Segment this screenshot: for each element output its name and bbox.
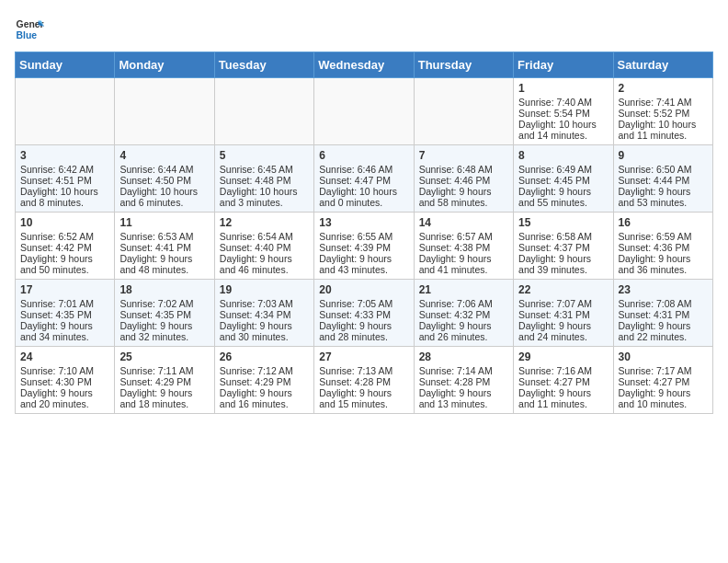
day-of-week-header: Sunday: [16, 52, 115, 78]
day-info-text: Daylight: 9 hours and 32 minutes.: [119, 320, 209, 342]
day-number: 2: [619, 82, 708, 95]
day-info-text: Daylight: 9 hours and 16 minutes.: [220, 387, 309, 409]
day-info-text: Sunset: 4:51 PM: [20, 175, 109, 186]
calendar-day-cell: 27Sunrise: 7:13 AMSunset: 4:28 PMDayligh…: [314, 347, 414, 414]
day-number: 6: [319, 149, 408, 162]
day-info-text: Daylight: 9 hours and 28 minutes.: [319, 320, 408, 342]
day-info-text: Sunset: 4:31 PM: [619, 309, 708, 320]
day-info-text: Sunset: 4:40 PM: [220, 242, 309, 253]
day-info-text: Sunrise: 7:06 AM: [419, 298, 508, 309]
day-of-week-header: Friday: [514, 52, 613, 78]
day-of-week-header: Saturday: [613, 52, 712, 78]
day-info-text: Sunset: 4:37 PM: [518, 242, 608, 253]
calendar-day-cell: 24Sunrise: 7:10 AMSunset: 4:30 PMDayligh…: [16, 347, 115, 414]
day-info-text: Daylight: 9 hours and 15 minutes.: [319, 387, 408, 409]
calendar-header-row: SundayMondayTuesdayWednesdayThursdayFrid…: [16, 52, 713, 78]
day-info-text: Sunset: 4:30 PM: [20, 376, 109, 387]
day-info-text: Sunrise: 6:42 AM: [20, 164, 109, 175]
day-info-text: Sunset: 4:45 PM: [518, 175, 608, 186]
day-info-text: Sunrise: 7:01 AM: [20, 298, 109, 309]
day-number: 26: [220, 350, 309, 363]
day-info-text: Sunrise: 7:08 AM: [619, 298, 708, 309]
day-info-text: Sunrise: 7:16 AM: [518, 365, 608, 376]
calendar-table: SundayMondayTuesdayWednesdayThursdayFrid…: [15, 52, 713, 414]
calendar-day-cell: [414, 78, 513, 145]
day-info-text: Sunrise: 6:58 AM: [518, 231, 608, 242]
calendar-day-cell: 9Sunrise: 6:50 AMSunset: 4:44 PMDaylight…: [613, 145, 712, 213]
day-info-text: Sunrise: 7:13 AM: [319, 365, 408, 376]
calendar-day-cell: 11Sunrise: 6:53 AMSunset: 4:41 PMDayligh…: [115, 213, 214, 280]
day-info-text: Sunset: 4:41 PM: [119, 242, 209, 253]
day-number: 10: [20, 216, 109, 229]
calendar-day-cell: [115, 78, 214, 145]
day-info-text: Daylight: 10 hours and 11 minutes.: [619, 119, 708, 141]
day-info-text: Sunset: 4:47 PM: [319, 175, 408, 186]
day-info-text: Daylight: 9 hours and 13 minutes.: [419, 387, 508, 409]
day-number: 15: [518, 216, 608, 229]
calendar-day-cell: 17Sunrise: 7:01 AMSunset: 4:35 PMDayligh…: [16, 280, 115, 347]
day-info-text: Sunset: 4:48 PM: [220, 175, 309, 186]
calendar-day-cell: [214, 78, 313, 145]
day-info-text: Daylight: 9 hours and 43 minutes.: [319, 253, 408, 275]
calendar-day-cell: 16Sunrise: 6:59 AMSunset: 4:36 PMDayligh…: [613, 213, 712, 280]
day-info-text: Sunrise: 6:46 AM: [319, 164, 408, 175]
day-info-text: Sunrise: 6:55 AM: [319, 231, 408, 242]
calendar-day-cell: 7Sunrise: 6:48 AMSunset: 4:46 PMDaylight…: [414, 145, 513, 213]
day-number: 4: [119, 149, 209, 162]
day-number: 11: [119, 216, 209, 229]
day-info-text: Sunset: 4:27 PM: [518, 376, 608, 387]
logo: General Blue: [15, 15, 44, 44]
calendar-day-cell: 8Sunrise: 6:49 AMSunset: 4:45 PMDaylight…: [514, 145, 613, 213]
logo-icon: General Blue: [15, 15, 44, 44]
calendar-day-cell: 26Sunrise: 7:12 AMSunset: 4:29 PMDayligh…: [214, 347, 313, 414]
calendar-day-cell: 3Sunrise: 6:42 AMSunset: 4:51 PMDaylight…: [16, 145, 115, 213]
day-number: 3: [20, 149, 109, 162]
day-info-text: Daylight: 9 hours and 48 minutes.: [119, 253, 209, 275]
day-info-text: Daylight: 9 hours and 50 minutes.: [20, 253, 109, 275]
day-info-text: Daylight: 10 hours and 8 minutes.: [20, 186, 109, 208]
day-info-text: Daylight: 9 hours and 24 minutes.: [518, 320, 608, 342]
calendar-day-cell: 2Sunrise: 7:41 AMSunset: 5:52 PMDaylight…: [613, 78, 712, 145]
calendar-day-cell: 15Sunrise: 6:58 AMSunset: 4:37 PMDayligh…: [514, 213, 613, 280]
day-info-text: Sunset: 5:54 PM: [518, 108, 608, 119]
page-header: General Blue: [15, 15, 713, 44]
day-info-text: Sunset: 4:31 PM: [518, 309, 608, 320]
day-info-text: Sunrise: 6:44 AM: [119, 164, 209, 175]
day-number: 29: [518, 350, 608, 363]
day-info-text: Daylight: 10 hours and 0 minutes.: [319, 186, 408, 208]
day-number: 18: [119, 283, 209, 296]
day-info-text: Daylight: 9 hours and 34 minutes.: [20, 320, 109, 342]
day-info-text: Sunrise: 6:45 AM: [220, 164, 309, 175]
day-info-text: Sunrise: 6:53 AM: [119, 231, 209, 242]
day-number: 23: [619, 283, 708, 296]
day-number: 13: [319, 216, 408, 229]
day-info-text: Sunrise: 7:40 AM: [518, 97, 608, 108]
day-info-text: Daylight: 9 hours and 11 minutes.: [518, 387, 608, 409]
day-info-text: Daylight: 9 hours and 22 minutes.: [619, 320, 708, 342]
day-info-text: Sunrise: 7:05 AM: [319, 298, 408, 309]
calendar-week-row: 3Sunrise: 6:42 AMSunset: 4:51 PMDaylight…: [16, 145, 713, 213]
day-info-text: Sunset: 4:32 PM: [419, 309, 508, 320]
day-info-text: Sunset: 4:44 PM: [619, 175, 708, 186]
day-info-text: Sunrise: 6:57 AM: [419, 231, 508, 242]
day-info-text: Sunrise: 7:14 AM: [419, 365, 508, 376]
day-info-text: Sunrise: 6:54 AM: [220, 231, 309, 242]
day-number: 12: [220, 216, 309, 229]
day-info-text: Sunset: 5:52 PM: [619, 108, 708, 119]
day-info-text: Sunset: 4:46 PM: [419, 175, 508, 186]
day-number: 21: [419, 283, 508, 296]
day-info-text: Sunset: 4:36 PM: [619, 242, 708, 253]
day-info-text: Sunset: 4:27 PM: [619, 376, 708, 387]
day-number: 8: [518, 149, 608, 162]
day-number: 25: [119, 350, 209, 363]
day-info-text: Sunrise: 6:52 AM: [20, 231, 109, 242]
day-number: 9: [619, 149, 708, 162]
calendar-day-cell: 18Sunrise: 7:02 AMSunset: 4:35 PMDayligh…: [115, 280, 214, 347]
calendar-day-cell: 5Sunrise: 6:45 AMSunset: 4:48 PMDaylight…: [214, 145, 313, 213]
day-number: 16: [619, 216, 708, 229]
day-number: 22: [518, 283, 608, 296]
calendar-week-row: 24Sunrise: 7:10 AMSunset: 4:30 PMDayligh…: [16, 347, 713, 414]
day-number: 19: [220, 283, 309, 296]
day-info-text: Sunrise: 7:17 AM: [619, 365, 708, 376]
day-info-text: Daylight: 9 hours and 30 minutes.: [220, 320, 309, 342]
